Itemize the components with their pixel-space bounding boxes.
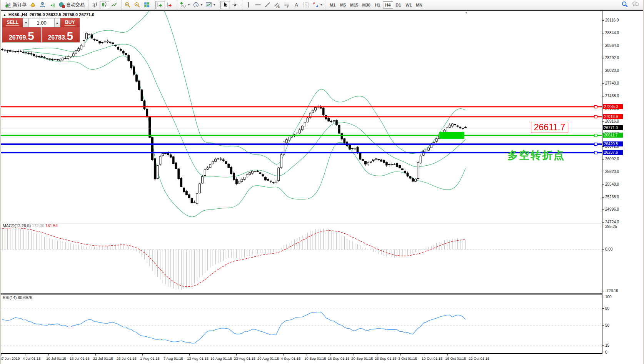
time-tick-label: 19 Aug 01:15 bbox=[210, 356, 232, 361]
candle-body bbox=[149, 117, 151, 137]
toolbar-group bbox=[219, 0, 241, 10]
candle-body bbox=[28, 53, 30, 54]
trendline-button[interactable] bbox=[263, 1, 272, 9]
candle-body bbox=[209, 165, 211, 168]
volume-decrease-button[interactable]: ▼ bbox=[23, 18, 29, 27]
price-tick-mark bbox=[602, 222, 604, 223]
horizontal-line-button[interactable] bbox=[253, 1, 263, 9]
timeframe-mn[interactable]: MN bbox=[414, 1, 424, 9]
periods-button[interactable]: ▾ bbox=[191, 1, 204, 9]
price-axis[interactable]: 29116.028844.028564.028292.028020.027740… bbox=[602, 11, 644, 354]
time-tick-label: 26 Sep 01:15 bbox=[375, 356, 397, 361]
macd-pane-separator[interactable] bbox=[1, 222, 602, 223]
sell-button[interactable]: SELL bbox=[2, 18, 23, 27]
svg-text:T: T bbox=[305, 3, 307, 7]
chart-shift-button[interactable] bbox=[165, 1, 175, 9]
candle-body bbox=[20, 51, 22, 52]
level-line-handle[interactable] bbox=[594, 134, 597, 137]
candle-body bbox=[435, 139, 437, 141]
price-tick-label: 24996.0 bbox=[605, 207, 619, 211]
candle-body bbox=[70, 56, 72, 57]
chart-canvas[interactable] bbox=[1, 0, 644, 364]
current-price-tag: 26771.0 bbox=[603, 125, 623, 130]
level-line-handle[interactable] bbox=[594, 143, 597, 146]
signals-button[interactable] bbox=[47, 1, 57, 9]
new-order-button[interactable]: 新订单 bbox=[3, 1, 28, 9]
volume-input[interactable]: 1.00 bbox=[29, 18, 54, 27]
timeframe-h1[interactable]: H1 bbox=[372, 1, 383, 9]
level-line-handle[interactable] bbox=[594, 151, 597, 154]
timeframe-h4[interactable]: H4 bbox=[383, 1, 393, 9]
collapse-panel-icon[interactable]: ▲ bbox=[3, 13, 6, 17]
cursor-button[interactable] bbox=[220, 1, 230, 9]
templates-button[interactable]: ▾ bbox=[204, 1, 217, 9]
candle-body bbox=[133, 66, 135, 74]
label-button[interactable]: T bbox=[301, 1, 311, 9]
timeframe-m1[interactable]: M1 bbox=[327, 1, 338, 9]
rsi-tick-mark bbox=[602, 352, 604, 352]
zoom-out-button[interactable] bbox=[132, 1, 142, 9]
autotrading-label: 自动交易 bbox=[66, 2, 85, 8]
timeframe-d1[interactable]: D1 bbox=[393, 1, 404, 9]
time-tick-label: 23 Aug 01:15 bbox=[234, 356, 255, 361]
market-watch-button[interactable] bbox=[38, 1, 47, 9]
toolbar-group bbox=[88, 0, 120, 10]
autotrading-button[interactable]: 自动交易 bbox=[57, 1, 86, 9]
level-price-annotation[interactable]: 26611.7 bbox=[531, 122, 568, 133]
line-chart-button[interactable] bbox=[109, 1, 119, 9]
price-tick-label: 25548.0 bbox=[605, 182, 619, 186]
label-icon: T bbox=[303, 2, 309, 8]
candle-body bbox=[93, 39, 95, 40]
highlight-rectangle[interactable] bbox=[439, 132, 464, 139]
tile-windows-icon bbox=[143, 2, 150, 8]
vertical-line-button[interactable] bbox=[244, 1, 253, 9]
rsi-label: RSI(14) 60.6976 bbox=[3, 295, 32, 300]
rsi-tick-mark bbox=[602, 325, 604, 326]
candle-body bbox=[38, 56, 40, 57]
time-axis[interactable]: 27 Jun 20194 Jul 01:1510 Jul 01:1516 Jul… bbox=[1, 354, 644, 364]
timeframe-m30[interactable]: M30 bbox=[360, 1, 372, 9]
timeframe-m15[interactable]: M15 bbox=[348, 1, 360, 9]
sell-price[interactable]: 26769.5 bbox=[2, 27, 41, 42]
price-tick-mark bbox=[602, 209, 604, 210]
candle-body bbox=[275, 181, 277, 183]
bar-chart-button[interactable] bbox=[90, 1, 100, 9]
macd-tick-mark bbox=[602, 291, 604, 291]
dropdown-caret-icon[interactable]: ▾ bbox=[201, 3, 202, 7]
dropdown-caret-icon[interactable]: ▾ bbox=[214, 3, 215, 7]
zoom-in-button[interactable] bbox=[123, 1, 132, 9]
candle-body bbox=[49, 59, 51, 59]
search-icon[interactable] bbox=[621, 1, 628, 9]
volume-increase-button[interactable]: ▲ bbox=[54, 18, 60, 27]
rsi-value: 60.6976 bbox=[18, 295, 32, 300]
dropdown-caret-icon[interactable]: ▾ bbox=[320, 3, 322, 7]
dropdown-caret-icon[interactable]: ▾ bbox=[188, 3, 190, 7]
channel-button[interactable]: E bbox=[272, 1, 282, 9]
candle-body bbox=[135, 75, 137, 81]
tile-windows-button[interactable] bbox=[142, 1, 152, 9]
arrows-button[interactable]: ▾ bbox=[311, 1, 324, 9]
buy-price[interactable]: 26783.5 bbox=[42, 27, 80, 42]
macd-label: MACD(12,26,9) 172.00 161.54 bbox=[3, 223, 58, 228]
price-tick-mark bbox=[602, 184, 604, 185]
quotes-button[interactable] bbox=[28, 1, 38, 9]
turning-point-annotation[interactable]: 多空转折点 bbox=[507, 148, 565, 162]
timeframe-w1[interactable]: W1 bbox=[404, 1, 414, 9]
level-line-handle[interactable] bbox=[594, 115, 597, 118]
text-button[interactable]: A bbox=[292, 1, 301, 9]
indicators-button[interactable]: ▾ bbox=[179, 1, 191, 9]
candle-body bbox=[454, 124, 456, 125]
rsi-pane-separator[interactable] bbox=[1, 293, 602, 295]
candle-body bbox=[420, 156, 422, 163]
crosshair-button[interactable] bbox=[230, 1, 240, 9]
candlestick-chart-button[interactable] bbox=[100, 1, 109, 9]
level-line-handle[interactable] bbox=[594, 105, 597, 108]
candle-body bbox=[107, 41, 108, 42]
fibonacci-button[interactable]: F bbox=[282, 1, 292, 9]
candle-body bbox=[394, 164, 395, 165]
auto-scroll-button[interactable] bbox=[155, 1, 165, 9]
buy-button[interactable]: BUY bbox=[60, 18, 80, 27]
chat-icon[interactable] bbox=[632, 1, 639, 9]
candle-body bbox=[191, 198, 193, 203]
timeframe-m5[interactable]: M5 bbox=[338, 1, 348, 9]
